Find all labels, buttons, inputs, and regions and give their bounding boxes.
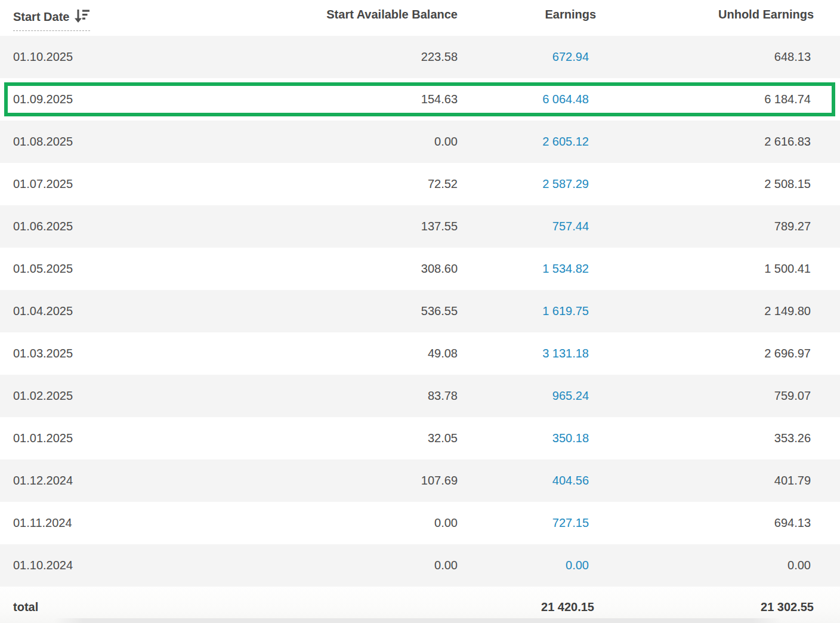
table-row: 01.03.2025 49.08 3 131.18 2 696.97 [0,332,840,375]
total-row: total 21 420.15 21 302.55 [0,587,840,623]
earnings-link[interactable]: 404.56 [552,474,589,487]
table-row: 01.02.2025 83.78 965.24 759.07 [0,375,840,417]
start-available-balance-cell: 107.69 [179,474,458,488]
earnings-link[interactable]: 727.15 [552,516,589,529]
unhold-earnings-cell: 2 149.80 [596,304,814,318]
bottom-panel-edge [54,618,782,623]
earnings-link[interactable]: 965.24 [552,389,589,402]
start-available-balance-cell: 32.05 [179,431,458,445]
table-row: 01.10.2025 223.58 672.94 648.13 [0,36,840,78]
unhold-earnings-cell: 0.00 [596,559,814,572]
start-available-balance-cell: 308.60 [179,262,458,276]
start-available-balance-cell: 137.55 [179,220,458,233]
earnings-link[interactable]: 757.44 [552,220,589,233]
start-available-balance-cell: 154.63 [179,92,458,106]
table-row: 01.11.2024 0.00 727.15 694.13 [0,502,840,544]
column-header-start-date: Start Date [13,10,69,24]
column-header-earnings: Earnings [458,8,596,21]
total-label: total [13,600,179,614]
earnings-link[interactable]: 0.00 [566,559,589,572]
table-row: 01.09.2025 154.63 6 064.48 6 184.74 [0,78,840,121]
unhold-earnings-cell: 353.26 [596,431,814,445]
table-row: 01.07.2025 72.52 2 587.29 2 508.15 [0,163,840,205]
start-date-cell: 01.09.2025 [13,92,179,106]
total-earnings-value: 21 420.15 [458,600,596,614]
unhold-earnings-cell: 6 184.74 [596,92,814,106]
start-date-cell: 01.08.2025 [13,135,179,149]
start-date-cell: 01.12.2024 [13,474,179,488]
total-unhold-earnings-value: 21 302.55 [596,600,814,614]
start-available-balance-cell: 0.00 [179,135,458,149]
earnings-link[interactable]: 672.94 [552,50,589,63]
table-row: 01.06.2025 137.55 757.44 789.27 [0,205,840,248]
table-body: 01.10.2025 223.58 672.94 648.13 01.09.20… [0,36,840,587]
table-row: 01.01.2025 32.05 350.18 353.26 [0,417,840,459]
column-header-start-available-balance: Start Available Balance [179,8,458,21]
unhold-earnings-cell: 2 616.83 [596,135,814,149]
column-header-unhold-earnings: Unhold Earnings [596,8,814,21]
table-row: 01.05.2025 308.60 1 534.82 1 500.41 [0,248,840,290]
start-available-balance-cell: 49.08 [179,347,458,360]
earnings-link[interactable]: 1 619.75 [542,304,589,317]
unhold-earnings-cell: 759.07 [596,389,814,403]
start-date-cell: 01.05.2025 [13,262,179,276]
start-date-cell: 01.04.2025 [13,304,179,318]
start-date-cell: 01.03.2025 [13,347,179,360]
start-date-cell: 01.11.2024 [13,516,179,530]
column-header-start-date-cell: Start Date [13,8,179,31]
earnings-link[interactable]: 6 064.48 [542,92,589,106]
start-date-cell: 01.02.2025 [13,389,179,403]
sort-descending-icon [75,9,90,26]
table-row: 01.12.2024 107.69 404.56 401.79 [0,459,840,502]
unhold-earnings-cell: 2 696.97 [596,347,814,360]
start-available-balance-cell: 72.52 [179,177,458,191]
earnings-link[interactable]: 3 131.18 [542,347,589,360]
unhold-earnings-cell: 1 500.41 [596,262,814,276]
earnings-link[interactable]: 350.18 [552,431,589,445]
start-date-cell: 01.07.2025 [13,177,179,191]
start-date-cell: 01.10.2024 [13,559,179,572]
start-date-cell: 01.01.2025 [13,431,179,445]
earnings-link[interactable]: 2 587.29 [542,177,589,190]
earnings-link[interactable]: 1 534.82 [542,262,589,275]
unhold-earnings-cell: 789.27 [596,220,814,233]
table-row: 01.10.2024 0.00 0.00 0.00 [0,544,840,587]
monthly-earnings-table: Start Date Start Available Balance Earn [0,0,840,623]
start-date-cell: 01.10.2025 [13,50,179,64]
start-date-cell: 01.06.2025 [13,220,179,233]
start-date-sort-control[interactable]: Start Date [13,8,90,31]
start-available-balance-cell: 83.78 [179,389,458,403]
start-available-balance-cell: 0.00 [179,559,458,572]
table-row: 01.08.2025 0.00 2 605.12 2 616.83 [0,121,840,163]
unhold-earnings-cell: 694.13 [596,516,814,530]
start-available-balance-cell: 0.00 [179,516,458,530]
table-header-row: Start Date Start Available Balance Earn [0,0,840,36]
unhold-earnings-cell: 648.13 [596,50,814,64]
table-row: 01.04.2025 536.55 1 619.75 2 149.80 [0,290,840,332]
start-available-balance-cell: 223.58 [179,50,458,64]
unhold-earnings-cell: 2 508.15 [596,177,814,191]
start-available-balance-cell: 536.55 [179,304,458,318]
unhold-earnings-cell: 401.79 [596,474,814,488]
earnings-link[interactable]: 2 605.12 [542,135,589,148]
